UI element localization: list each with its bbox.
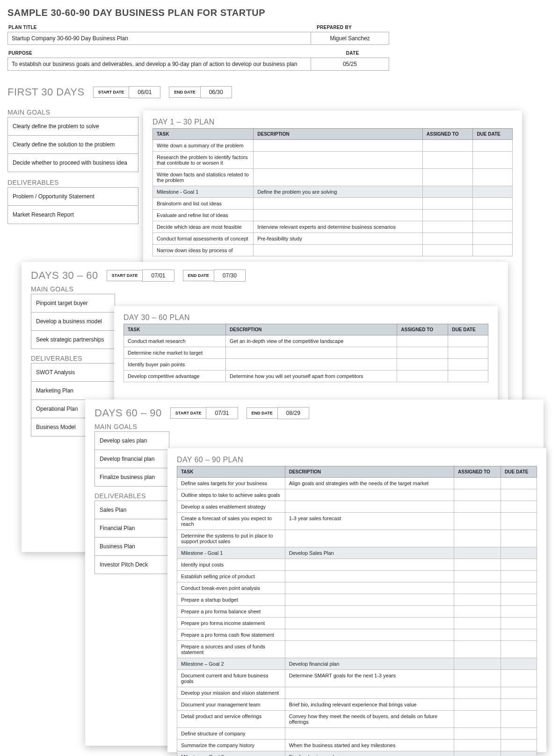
due-cell [473, 186, 513, 198]
assigned-cell [422, 221, 473, 233]
list-item: Finalize business plan [95, 468, 169, 486]
desc-cell [254, 140, 422, 152]
desc-cell [254, 245, 422, 256]
desc-cell [254, 210, 422, 221]
due-cell [501, 658, 537, 670]
task-cell: Milestone - Goal 1 [153, 186, 254, 198]
list-item: Business Plan [95, 538, 169, 556]
desc-cell [285, 728, 454, 740]
column-header: DESCRIPTION [285, 466, 454, 478]
due-cell [448, 359, 488, 371]
task-cell: Conduct market research [124, 335, 226, 347]
list-item: Decide whether to proceed with business … [8, 154, 138, 172]
desc-cell [285, 530, 454, 547]
d3060-plan-table: TASKDESCRIPTIONASSIGNED TODUE DATEConduc… [123, 324, 488, 382]
desc-cell [226, 359, 397, 371]
list-item: Marketing Plan [31, 382, 115, 400]
due-cell [501, 513, 537, 530]
desc-cell [254, 152, 422, 169]
task-cell: Determine the systems to put in place to… [177, 530, 285, 547]
due-cell [501, 641, 537, 658]
due-cell [501, 530, 537, 547]
due-cell [473, 233, 513, 245]
due-cell [501, 547, 537, 559]
due-cell [501, 594, 537, 606]
desc-cell [254, 198, 422, 210]
d6090-deliv-list: Sales PlanFinancial PlanBusiness PlanInv… [94, 501, 169, 574]
column-header: DESCRIPTION [226, 324, 397, 335]
list-item: Develop financial plan [95, 450, 169, 468]
desc-cell: Finalize business plan [285, 751, 454, 756]
assigned-cell [422, 210, 473, 221]
task-cell: Identify buyer pain points [124, 359, 226, 371]
d6090-goals-list: Develop sales planDevelop financial plan… [94, 431, 169, 487]
due-cell [501, 728, 537, 740]
list-item: Investor Pitch Deck [95, 556, 169, 574]
assigned-cell [454, 571, 501, 582]
task-cell: Establish selling price of product [177, 571, 285, 582]
assigned-cell [454, 629, 501, 641]
due-cell [473, 198, 513, 210]
task-cell: Outline steps to take to achieve sales g… [177, 489, 285, 501]
desc-cell [285, 489, 454, 501]
desc-cell: Pre-feasibility study [254, 233, 422, 245]
task-cell: Milestone - Goal 1 [177, 547, 285, 559]
task-cell: Determine niche market to target [124, 347, 226, 359]
column-header: DUE DATE [448, 324, 488, 335]
due-cell [501, 687, 537, 699]
assigned-cell [454, 711, 501, 728]
purpose-label: PURPOSE [7, 49, 316, 58]
column-header: ASSIGNED TO [397, 324, 448, 335]
assigned-cell [397, 347, 448, 359]
prepared-by-label: PREPARED BY [316, 23, 389, 32]
assigned-cell [422, 198, 473, 210]
d6090-start-value: 07/31 [206, 407, 238, 419]
task-cell: Prepare pro forma income statement [177, 618, 285, 629]
task-cell: Develop your mission and vision statemen… [177, 687, 285, 699]
plan-title-value: Startup Company 30-60-90 Day Business Pl… [7, 32, 311, 45]
list-item: Develop a business model [31, 313, 115, 331]
due-cell [501, 571, 537, 582]
column-header: DESCRIPTION [254, 129, 422, 140]
desc-cell [285, 501, 454, 513]
desc-cell [285, 618, 454, 629]
purpose-value: To establish our business goals and deli… [7, 58, 311, 71]
assigned-cell [454, 559, 501, 571]
desc-cell: Develop financial plan [285, 658, 454, 670]
plan-title-label: PLAN TITLE [7, 23, 316, 32]
assigned-cell [422, 169, 473, 186]
d3060-end-label: END DATE [183, 270, 214, 281]
desc-cell: Determine how you will set yourself apar… [226, 371, 397, 382]
assigned-cell [454, 594, 501, 606]
first30-goals-list: Clearly define the problem to solveClear… [7, 117, 138, 172]
desc-cell: When the business started and key milest… [285, 740, 454, 751]
due-cell [501, 670, 537, 687]
list-item: Clearly define the problem to solve [8, 117, 138, 136]
first30-start-label: START DATE [93, 87, 129, 98]
assigned-cell [454, 658, 501, 670]
due-cell [501, 478, 537, 489]
assigned-cell [422, 140, 473, 152]
due-cell [501, 711, 537, 728]
due-cell [501, 582, 537, 594]
desc-cell [226, 347, 397, 359]
first30-end-value: 06/30 [200, 86, 232, 98]
assigned-cell [454, 513, 501, 530]
d6090-plan-sheet: DAY 60 – 90 PLAN TASKDESCRIPTIONASSIGNED… [167, 448, 546, 752]
due-cell [501, 618, 537, 629]
desc-cell: Get an in-depth view of the competitive … [226, 335, 397, 347]
list-item: Sales Plan [95, 501, 169, 519]
prepared-by-value: Miguel Sanchez [311, 32, 389, 45]
due-cell [473, 221, 513, 233]
first30-goals-label: MAIN GOALS [7, 109, 138, 116]
list-item: Problem / Opportunity Statement [8, 188, 138, 206]
task-cell: Decide which ideas are most feasible [153, 221, 254, 233]
document-title: SAMPLE 30-60-90 DAY BUSINESS PLAN FOR ST… [7, 7, 389, 18]
first30-deliv-list: Problem / Opportunity StatementMarket Re… [7, 187, 138, 224]
first30-start-value: 06/01 [129, 86, 160, 98]
task-cell: Research the problem to identify factors… [153, 152, 254, 169]
desc-cell [285, 629, 454, 641]
d3060-goals-list: Pinpoint target buyerDevelop a business … [31, 294, 115, 349]
due-cell [501, 699, 537, 711]
assigned-cell [422, 186, 473, 198]
